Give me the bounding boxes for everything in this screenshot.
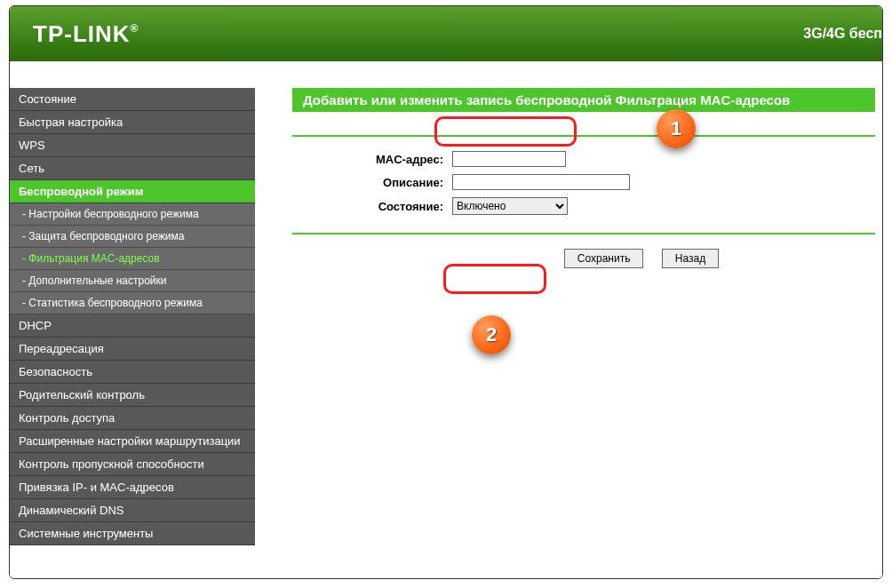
header: TP-LINK® 3G/4G бесп [10, 6, 882, 61]
description-input[interactable] [452, 174, 630, 190]
sidebar-item[interactable]: Родительский контроль [10, 384, 255, 407]
sidebar-item[interactable]: WPS [10, 134, 255, 157]
header-subtitle: 3G/4G бесп [803, 26, 882, 42]
back-button[interactable]: Назад [662, 249, 719, 268]
content-area: Добавить или изменить запись беспроводно… [275, 61, 882, 578]
highlight-2 [443, 264, 546, 294]
sidebar-item[interactable]: Состояние [10, 88, 255, 111]
state-label: Состояние: [292, 200, 452, 213]
sidebar-item[interactable]: Беспроводной режим [10, 180, 255, 203]
sidebar-subitem[interactable]: - Защита беспроводного режима [10, 226, 255, 248]
mac-input[interactable] [452, 151, 566, 167]
sidebar-item[interactable]: Контроль доступа [10, 407, 255, 430]
sidebar-item[interactable]: DHCP [10, 314, 255, 338]
sidebar-subitem[interactable]: - Статистика беспроводного режима [10, 292, 255, 314]
logo: TP-LINK® [33, 20, 139, 48]
annotation-badge-2: 2 [472, 315, 511, 354]
sidebar-item[interactable]: Контроль пропускной способности [10, 453, 255, 476]
highlight-1 [434, 116, 577, 147]
sidebar-item[interactable]: Расширенные настройки маршрутизации [10, 430, 255, 453]
sidebar-subitem[interactable]: - Фильтрация MAC-адресов [10, 248, 255, 270]
sidebar-item[interactable]: Динамический DNS [10, 499, 255, 522]
annotation-badge-1: 1 [657, 109, 696, 148]
sidebar: СостояниеБыстрая настройкаWPSСетьБеспров… [10, 61, 275, 578]
sidebar-item[interactable]: Сеть [10, 157, 255, 180]
page-title: Добавить или изменить запись беспроводно… [292, 88, 875, 112]
sidebar-item[interactable]: Безопасность [10, 361, 255, 384]
save-button[interactable]: Сохранить [564, 249, 644, 268]
sidebar-item[interactable]: Быстрая настройка [10, 111, 255, 134]
sidebar-subitem[interactable]: - Дополнительные настройки [10, 270, 255, 292]
divider [292, 135, 875, 137]
sidebar-item[interactable]: Системные инструменты [10, 522, 255, 545]
state-select[interactable]: Включено [452, 197, 568, 215]
description-label: Описание: [292, 176, 452, 189]
sidebar-subitem[interactable]: - Настройки беспроводного режима [10, 203, 255, 226]
mac-label: MAC-адрес: [292, 153, 452, 166]
divider [292, 233, 875, 234]
sidebar-item[interactable]: Переадресация [10, 338, 255, 361]
sidebar-item[interactable]: Привязка IP- и MAC-адресов [10, 476, 255, 499]
